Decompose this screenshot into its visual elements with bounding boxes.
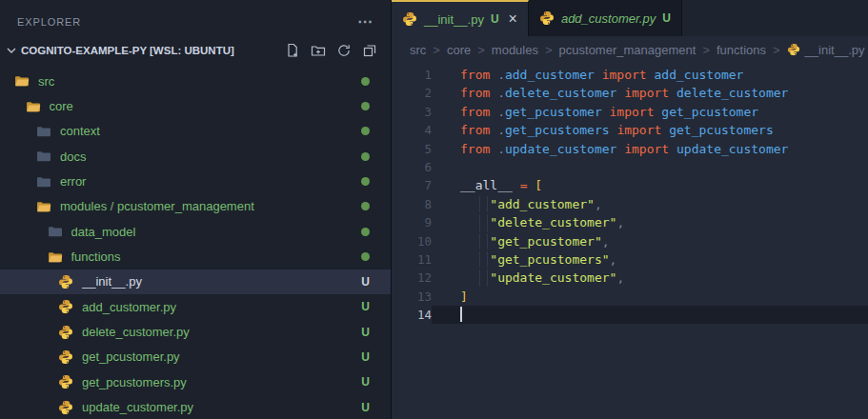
- code-line-9[interactable]: 9 "delete_customer",: [392, 213, 868, 231]
- line-number: 13: [392, 288, 432, 306]
- code-line-1[interactable]: 1 from .add_customer import add_customer: [392, 66, 868, 84]
- tree-item-delete_customer.py[interactable]: delete_customer.py U: [0, 319, 391, 344]
- line-number: 3: [392, 103, 432, 121]
- code-line-14[interactable]: 14: [392, 306, 868, 324]
- tree-item-core[interactable]: core: [0, 93, 391, 118]
- code-content[interactable]: from .update_customer import update_cust…: [432, 140, 868, 158]
- tree-item-context[interactable]: context: [0, 119, 391, 144]
- git-modified-dot: [361, 202, 370, 210]
- code-content[interactable]: [432, 158, 868, 176]
- breadcrumb-item-file[interactable]: __init__.py: [787, 43, 865, 57]
- code-content[interactable]: from .get_pcustomers import get_pcustome…: [432, 121, 868, 139]
- tree-item-modules-pcustomer_management[interactable]: modules / pcustomer_management: [0, 194, 391, 219]
- line-number: 12: [392, 269, 432, 287]
- tree-item-error[interactable]: error: [0, 169, 391, 193]
- code-content[interactable]: "get_pcustomer",: [432, 232, 868, 250]
- code-line-11[interactable]: 11 "get_pcustomers",: [392, 250, 868, 269]
- code-line-3[interactable]: 3 from .get_pcustomer import get_pcustom…: [392, 103, 868, 121]
- breadcrumb-item-functions[interactable]: functions: [717, 43, 766, 57]
- git-untracked-badge: U: [361, 326, 370, 339]
- git-untracked-badge: U: [662, 11, 671, 25]
- line-number: 8: [392, 195, 432, 213]
- tree-item-data_model[interactable]: data_model: [0, 219, 391, 244]
- code-content[interactable]: "delete_customer",: [432, 213, 868, 231]
- tree-item-add_customer.py[interactable]: add_customer.py U: [0, 294, 391, 319]
- folder-icon: [48, 224, 63, 239]
- explorer-header: EXPLORER ⋯: [0, 0, 391, 38]
- code-content[interactable]: "get_pcustomers",: [432, 250, 868, 269]
- code-line-4[interactable]: 4 from .get_pcustomers import get_pcusto…: [392, 121, 868, 139]
- breadcrumb-item-pcustomer_management[interactable]: pcustomer_management: [559, 43, 696, 57]
- folder-icon: [36, 124, 51, 139]
- tree-item-label: delete_customer.py: [82, 325, 361, 339]
- code-content[interactable]: ]: [432, 288, 868, 306]
- git-modified-dot: [361, 152, 370, 161]
- code-editor[interactable]: 1 from .add_customer import add_customer…: [392, 63, 868, 419]
- tree-item-__init__.py[interactable]: __init__.py U: [0, 269, 391, 294]
- explorer-actions: [285, 43, 377, 58]
- breadcrumb-separator: >: [545, 43, 553, 57]
- code-line-7[interactable]: 7 __all__ = [: [392, 176, 868, 194]
- collapse-all-icon[interactable]: [362, 43, 377, 58]
- line-number: 7: [392, 176, 432, 194]
- tab-add_customer.py[interactable]: add_customer.py U: [529, 0, 682, 36]
- tree-item-label: __init__.py: [82, 274, 361, 289]
- code-content[interactable]: "update_customer",: [432, 269, 868, 287]
- tree-item-docs[interactable]: docs: [0, 144, 391, 169]
- workspace-section-header[interactable]: COGNITO-EXAMPLE-PY [WSL: UBUNTU]: [0, 38, 391, 63]
- tab-__init__.py[interactable]: __init__.py U ×: [392, 0, 529, 36]
- code-content[interactable]: "add_customer",: [432, 195, 868, 213]
- tree-item-src[interactable]: src: [0, 69, 391, 93]
- python-icon: [402, 11, 417, 27]
- breadcrumb-separator: >: [433, 43, 440, 57]
- code-line-12[interactable]: 12 "update_customer",: [392, 269, 868, 287]
- code-line-5[interactable]: 5 from .update_customer import update_cu…: [392, 140, 868, 158]
- refresh-icon[interactable]: [336, 43, 352, 58]
- explorer-sidebar: EXPLORER ⋯ COGNITO-EXAMPLE-PY [WSL: UBUN…: [0, 0, 391, 419]
- vscode-window: EXPLORER ⋯ COGNITO-EXAMPLE-PY [WSL: UBUN…: [0, 0, 868, 419]
- tree-item-update_customer.py[interactable]: update_customer.py U: [0, 394, 391, 419]
- tree-item-get_pcustomer.py[interactable]: get_pcustomer.py U: [0, 345, 391, 369]
- breadcrumb-item-src[interactable]: src: [410, 43, 426, 57]
- folder-icon: [36, 149, 51, 164]
- breadcrumb-separator: >: [702, 43, 710, 57]
- python-icon: [58, 374, 73, 389]
- python-icon: [58, 400, 73, 415]
- tab-label: __init__.py: [424, 12, 484, 27]
- close-icon[interactable]: ×: [509, 12, 517, 26]
- git-untracked-badge: U: [361, 350, 370, 364]
- new-folder-icon[interactable]: [311, 43, 326, 58]
- git-untracked-badge: U: [361, 401, 370, 414]
- code-content[interactable]: [432, 306, 868, 324]
- folder-icon: [36, 174, 51, 190]
- line-number: 1: [392, 66, 432, 84]
- tree-item-get_pcustomers.py[interactable]: get_pcustomers.py U: [0, 369, 391, 394]
- code-line-10[interactable]: 10 "get_pcustomer",: [392, 232, 868, 250]
- line-number: 6: [392, 158, 432, 176]
- code-content[interactable]: from .add_customer import add_customer: [432, 66, 868, 84]
- tree-item-label: get_pcustomers.py: [82, 375, 361, 389]
- code-content[interactable]: __all__ = [: [432, 176, 868, 194]
- code-line-8[interactable]: 8 "add_customer",: [392, 195, 868, 213]
- git-modified-dot: [361, 102, 370, 110]
- code-line-13[interactable]: 13 ]: [392, 288, 868, 306]
- code-content[interactable]: from .delete_customer import delete_cust…: [432, 84, 868, 102]
- new-file-icon[interactable]: [285, 43, 300, 58]
- line-number: 10: [392, 232, 432, 250]
- code-line-2[interactable]: 2 from .delete_customer import delete_cu…: [392, 84, 868, 102]
- line-number: 4: [392, 121, 432, 139]
- code-content[interactable]: from .get_pcustomer import get_pcustomer: [432, 103, 868, 121]
- breadcrumb-item-modules[interactable]: modules: [492, 43, 538, 57]
- code-line-6[interactable]: 6: [392, 158, 868, 176]
- git-modified-dot: [361, 127, 370, 135]
- tree-item-label: functions: [71, 249, 362, 264]
- more-actions-icon[interactable]: ⋯: [357, 17, 373, 27]
- breadcrumb-file-label: __init__.py: [805, 43, 865, 57]
- python-icon: [58, 349, 73, 365]
- git-untracked-badge: U: [491, 12, 499, 26]
- folder-open-icon: [26, 99, 41, 114]
- editor-group: __init__.py U × add_customer.py U src>co…: [391, 0, 868, 419]
- breadcrumb-item-core[interactable]: core: [447, 43, 471, 57]
- tree-item-functions[interactable]: functions: [0, 244, 391, 269]
- tree-item-label: add_customer.py: [82, 300, 361, 314]
